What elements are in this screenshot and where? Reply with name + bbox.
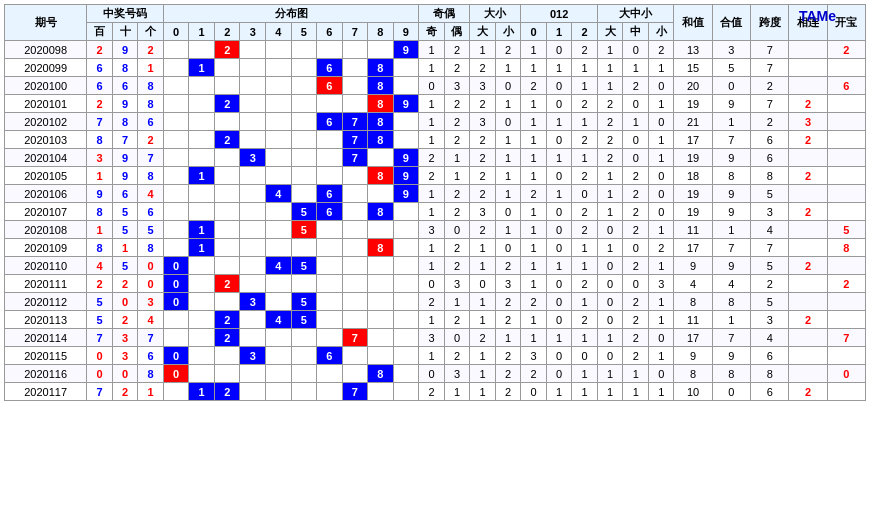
header-qi: 奇 bbox=[419, 23, 445, 41]
header-o0: 0 bbox=[521, 23, 547, 41]
table-row: 202009829229121210210213372 bbox=[5, 41, 866, 59]
tame-label: TAMe bbox=[799, 8, 836, 24]
header-dist-2: 2 bbox=[214, 23, 240, 41]
header-zh: 中 bbox=[623, 23, 649, 41]
header-dist-0: 0 bbox=[163, 23, 189, 41]
header-dist-3: 3 bbox=[240, 23, 266, 41]
data-table: 期号 中奖号码 分布图 奇偶 大小 012 大中小 和值 合值 跨度 相连 开宝… bbox=[4, 4, 866, 401]
header-daxiao: 大小 bbox=[470, 5, 521, 23]
table-row: 2020103872278122110220117762 bbox=[5, 131, 866, 149]
header-o1: 1 bbox=[546, 23, 572, 41]
header-shi: 十 bbox=[112, 23, 138, 41]
table-row: 2020113524245121210202111132 bbox=[5, 311, 866, 329]
table-row: 20201160080803122011108880 bbox=[5, 365, 866, 383]
table-row: 2020117721127211201111110062 bbox=[5, 383, 866, 401]
table-row: 202009968116812211111111557 bbox=[5, 59, 866, 77]
header-fenbutu: 分布图 bbox=[163, 5, 418, 23]
header-ou: 偶 bbox=[444, 23, 470, 41]
header-qihao: 期号 bbox=[5, 5, 87, 41]
table-row: 202010439737921211112011996 bbox=[5, 149, 866, 167]
header-dist-9: 9 bbox=[393, 23, 419, 41]
header-hezhi: 和值 bbox=[674, 5, 712, 41]
header-bai: 百 bbox=[87, 23, 113, 41]
table-row: 202011473727302111112017747 bbox=[5, 329, 866, 347]
table-row: 202010815515302110202111145 bbox=[5, 221, 866, 239]
table-row: 20201112200203031020034422 bbox=[5, 275, 866, 293]
header-dazhongxiao: 大中小 bbox=[597, 5, 674, 23]
table-row: 2020102786678123011121021123 bbox=[5, 113, 866, 131]
header-qiou: 奇偶 bbox=[419, 5, 470, 23]
header-xiao: 小 bbox=[495, 23, 521, 41]
table-row: 20201125030352112201021885 bbox=[5, 293, 866, 311]
table-row: 2020105198189212110212018882 bbox=[5, 167, 866, 185]
header-xi: 小 bbox=[648, 23, 674, 41]
header-o12: 012 bbox=[521, 5, 598, 23]
header-dist-7: 7 bbox=[342, 23, 368, 41]
header-dist-8: 8 bbox=[368, 23, 394, 41]
header-o2: 2 bbox=[572, 23, 598, 41]
table-row: 202011045004512121110219952 bbox=[5, 257, 866, 275]
header-dist-1: 1 bbox=[189, 23, 215, 41]
table-row: 20201150360361212300021996 bbox=[5, 347, 866, 365]
main-container: 期号 中奖号码 分布图 奇偶 大小 012 大中小 和值 合值 跨度 相连 开宝… bbox=[0, 0, 870, 405]
header-hejia: 合值 bbox=[712, 5, 750, 41]
header-dist-6: 6 bbox=[317, 23, 343, 41]
table-row: 202010981818121010110217778 bbox=[5, 239, 866, 257]
header-zhongjianghao: 中奖号码 bbox=[87, 5, 164, 23]
header-ge: 个 bbox=[138, 23, 164, 41]
table-row: 2020101298289122110220119972 bbox=[5, 95, 866, 113]
table-row: 202010066868033020112020026 bbox=[5, 77, 866, 95]
header-dist-4: 4 bbox=[265, 23, 291, 41]
table-wrapper: 期号 中奖号码 分布图 奇偶 大小 012 大中小 和值 合值 跨度 相连 开宝… bbox=[4, 4, 866, 401]
table-row: 2020107856568123010212019932 bbox=[5, 203, 866, 221]
table-row: 202010696446912212101201995 bbox=[5, 185, 866, 203]
header-dz: 大 bbox=[597, 23, 623, 41]
header-kuadu: 跨度 bbox=[751, 5, 789, 41]
header-da: 大 bbox=[470, 23, 496, 41]
header-dist-5: 5 bbox=[291, 23, 317, 41]
